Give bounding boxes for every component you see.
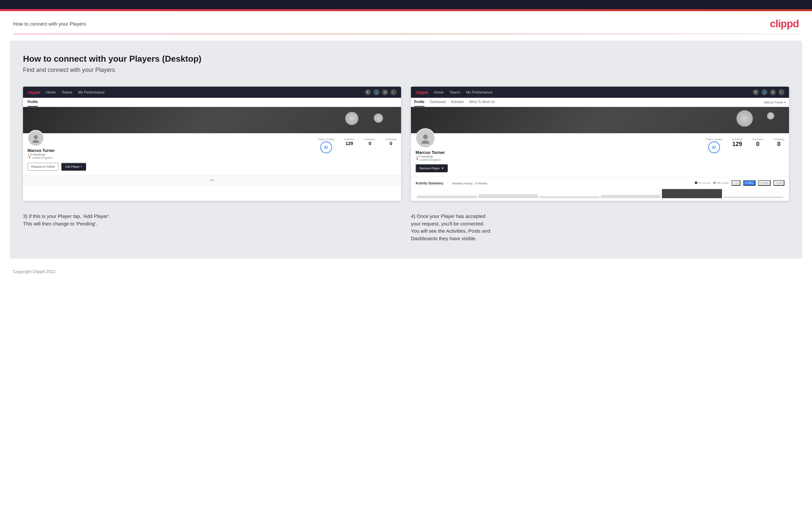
period-6mths[interactable]: 6 mths (743, 180, 756, 186)
quality-area-2: Player Quality 92 (706, 138, 722, 153)
activity-controls: On course Off course 1 yr 6 mths 3 mths … (695, 180, 784, 186)
tab-profile-1[interactable]: Profile (28, 98, 38, 107)
player-name-2: Marcus Turner (415, 150, 445, 155)
quality-label-1: Player Quality (318, 138, 335, 141)
app-banner-1 (23, 107, 401, 133)
location-pin-icon-2: 📍 (415, 158, 419, 161)
main-content: How to connect with your Players (Deskto… (10, 41, 802, 259)
player-location-2: 📍 United Kingdom (415, 158, 445, 161)
footer: Copyright Clippd 2022 (0, 265, 812, 281)
nav-teams-2[interactable]: Teams (450, 90, 460, 94)
player-handicap-1: 1-5 Handicap (28, 153, 55, 156)
user-icon-1[interactable]: 👤 (373, 89, 379, 95)
player-name-1: Marcus Turner (28, 148, 55, 153)
chart-bar-2 (478, 194, 539, 198)
followers-stat-1: Followers 0 (364, 138, 375, 146)
legend-off-course: Off course (713, 181, 729, 184)
nav-teams-1[interactable]: Teams (62, 90, 72, 94)
nav-icons-2: 🔍 👤 ⚙ 🏴 (753, 89, 784, 95)
action-buttons-2: Remove Player ✕ (415, 164, 448, 172)
screenshot-inner-1: Marcus Turner 1-5 Handicap 📍 United King… (23, 107, 401, 185)
x-icon: ✕ (441, 166, 444, 170)
app-nav-2: clippd Home Teams My Performance 🔍 👤 ⚙ 🏴 (411, 87, 789, 98)
app-banner-2 (411, 107, 789, 133)
activities-stat-2: Activities 129 (732, 138, 742, 148)
avatar-2 (415, 128, 435, 148)
avatar-1 (28, 130, 44, 146)
svg-point-0 (34, 135, 38, 139)
search-icon-1[interactable]: 🔍 (365, 89, 371, 95)
app-tabs-1: Profile (23, 98, 401, 107)
main-heading: How to connect with your Players (Deskto… (23, 54, 789, 64)
screenshot-bottom-1: ✂ (23, 175, 401, 185)
banner-circle-large-2 (737, 110, 753, 127)
quality-circle-1: 92 (320, 142, 332, 153)
caption-3: 3) If this is your Player tap, 'Add Play… (23, 213, 401, 242)
chart-bar-5 (662, 189, 722, 198)
activity-summary-2: Activity Summary · Monthly Activity · 6 … (411, 177, 789, 201)
add-player-button[interactable]: Add Player + (61, 163, 86, 171)
on-course-dot (695, 181, 697, 184)
quality-label-2: Player Quality (706, 138, 722, 141)
settings-icon-1[interactable]: ⚙ (382, 89, 388, 95)
request-follow-button[interactable]: Request to Follow (28, 163, 58, 171)
screenshots-row: clippd Home Teams My Performance 🔍 👤 ⚙ 🏴… (23, 87, 789, 201)
period-3mths[interactable]: 3 mths (758, 180, 771, 186)
nav-home-1[interactable]: Home (46, 90, 55, 94)
following-stat-1: Following 0 (385, 138, 397, 146)
nav-icons-1: 🔍 👤 ⚙ 🏴 (365, 89, 397, 95)
profile-stats-1: Player Quality 92 Activities 129 Followe… (60, 136, 397, 153)
tab-what-to-work-on-2[interactable]: What To Work On (469, 98, 495, 107)
caption-4-text: 4) Once your Player has acceptedyour req… (411, 213, 789, 242)
period-1yr[interactable]: 1 yr (731, 180, 741, 186)
settings-icon-2[interactable]: ⚙ (770, 89, 776, 95)
activity-title: Activity Summary (415, 181, 443, 185)
svg-point-2 (423, 134, 428, 139)
remove-player-button[interactable]: Remove Player ✕ (415, 164, 448, 172)
profile-stats-2: Player Quality 92 Activities 129 Followe… (453, 136, 784, 153)
chart-bar-4 (601, 195, 661, 198)
app-logo-2: clippd (415, 90, 428, 95)
banner-circle-small-1 (374, 114, 383, 123)
search-icon-2[interactable]: 🔍 (753, 89, 759, 95)
app-profile-section-1: Marcus Turner 1-5 Handicap 📍 United King… (23, 133, 401, 175)
activity-header-2: Activity Summary · Monthly Activity · 6 … (415, 180, 784, 186)
flag-icon-1[interactable]: 🏴 (391, 89, 397, 95)
footer-copyright: Copyright Clippd 2022 (13, 269, 55, 274)
location-pin-icon-1: 📍 (28, 156, 31, 160)
user-icon-2[interactable]: 👤 (761, 89, 767, 95)
clippd-logo: clippd (770, 18, 799, 30)
legend-on-course: On course (695, 181, 711, 184)
player-handicap-2: 1-5 Handicap (415, 155, 445, 158)
screenshot-1: clippd Home Teams My Performance 🔍 👤 ⚙ 🏴… (23, 87, 401, 201)
app-nav-1: clippd Home Teams My Performance 🔍 👤 ⚙ 🏴 (23, 87, 401, 98)
svg-point-1 (33, 140, 39, 143)
banner-circle-small-2 (767, 112, 774, 119)
page-title: How to connect with your Players (13, 21, 86, 26)
svg-point-3 (421, 140, 429, 144)
tab-dashboard-2[interactable]: Dashboard (429, 98, 446, 107)
page-header: How to connect with your Players clippd (0, 11, 812, 34)
top-bar (0, 0, 812, 9)
off-course-dot (713, 181, 716, 184)
chart-bar-1 (417, 195, 477, 198)
tab-profile-2[interactable]: Profile (414, 98, 424, 107)
profile-upper-1: Marcus Turner 1-5 Handicap 📍 United King… (28, 136, 397, 160)
app-profile-section-2: Marcus Turner 1-5 Handicap 📍 United King… (411, 133, 789, 177)
banner-circle-large-1 (345, 112, 358, 125)
player-location-1: 📍 United Kingdom (28, 156, 55, 160)
profile-upper-2: Marcus Turner 1-5 Handicap 📍 United King… (415, 136, 784, 172)
tab-activities-2[interactable]: Activities (451, 98, 464, 107)
activity-chart (415, 188, 784, 198)
nav-home-2[interactable]: Home (434, 90, 444, 94)
flag-icon-2[interactable]: 🏴 (778, 89, 784, 95)
quality-area-1: Player Quality 92 (318, 138, 335, 153)
caption-3-text: 3) If this is your Player tap, 'Add Play… (23, 213, 401, 227)
captions-row: 3) If this is your Player tap, 'Add Play… (23, 213, 789, 242)
period-1mth[interactable]: 1 mth (773, 180, 784, 186)
activities-stat-1: Activities 129 (344, 138, 354, 146)
name-dropdown-2[interactable]: Marcus Turner ▾ (764, 101, 786, 104)
header-divider (13, 34, 799, 34)
nav-performance-2[interactable]: My Performance (466, 90, 493, 94)
nav-performance-1[interactable]: My Performance (78, 90, 105, 94)
